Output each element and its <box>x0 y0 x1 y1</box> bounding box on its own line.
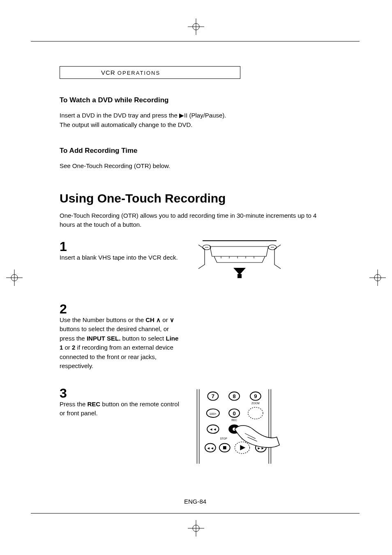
subheading-watch-dvd: To Watch a DVD while Recording <box>60 96 331 104</box>
crop-mark-right <box>369 269 386 286</box>
section-suffix: OPERATIONS <box>118 70 160 76</box>
step-2-t1: Use the Number buttons or the <box>60 316 145 323</box>
subheading-add-time: To Add Recording Time <box>60 147 331 155</box>
stop-label: STOP <box>220 437 227 440</box>
step-2-mid2: button to select <box>120 335 166 342</box>
crop-mark-top <box>188 18 204 35</box>
crop-mark-left <box>6 269 23 286</box>
svg-text:8: 8 <box>233 393 235 399</box>
remote-illustration: 7 8 9 ZOOM 100+ 0 REC ◄◄ <box>194 387 285 468</box>
svg-marker-48 <box>240 445 245 450</box>
step-2-or2: or <box>63 344 72 351</box>
svg-point-38 <box>248 407 263 419</box>
svg-rect-46 <box>223 446 226 449</box>
main-intro: One-Touch Recording (OTR) allows you to … <box>60 211 331 230</box>
zoom-label: ZOOM <box>251 401 259 404</box>
crop-mark-bottom <box>188 520 204 537</box>
step-1-text: 1 Insert a blank VHS tape into the VCR d… <box>60 240 183 263</box>
svg-text:◄◄: ◄◄ <box>207 446 214 450</box>
step-2-number: 2 <box>60 302 183 315</box>
step-3-desc: Press the REC button on the remote contr… <box>60 400 183 418</box>
main-heading: Using One-Touch Recording <box>60 191 331 205</box>
svg-rect-23 <box>238 274 242 278</box>
step-3-number: 3 <box>60 387 183 400</box>
svg-text:9: 9 <box>254 393 257 399</box>
step-2-after: if recording from an external device con… <box>60 344 173 369</box>
svg-text:100+: 100+ <box>210 412 217 415</box>
svg-marker-22 <box>233 268 246 275</box>
rec-label: REC <box>231 419 237 421</box>
body-add-time: See One-Touch Recording (OTR) below. <box>60 161 236 171</box>
step-2-input-sel: INPUT SEL. <box>87 335 121 342</box>
section-label: VCR OPERATIONS <box>60 66 240 79</box>
step-3-rec: REC <box>88 401 101 408</box>
step-1-row: 1 Insert a blank VHS tape into the VCR d… <box>60 240 331 287</box>
step-3-before: Press the <box>60 401 88 408</box>
page-frame: VCR OPERATIONS To Watch a DVD while Reco… <box>31 41 360 514</box>
svg-text:0: 0 <box>233 410 235 416</box>
section-prefix: VCR <box>101 69 118 76</box>
step-2-desc: Use the Number buttons or the CH ∧ or ∨ … <box>60 315 183 371</box>
page-content: VCR OPERATIONS To Watch a DVD while Reco… <box>31 41 360 468</box>
step-1-number: 1 <box>60 240 183 253</box>
vcr-deck-illustration <box>194 240 285 287</box>
step-3-text: 3 Press the REC button on the remote con… <box>60 387 183 418</box>
down-caret-icon: ∨ <box>170 316 174 323</box>
step-1-desc: Insert a blank VHS tape into the VCR dec… <box>60 253 183 263</box>
step-2-text: 2 Use the Number buttons or the CH ∧ or … <box>60 302 183 371</box>
svg-text:7: 7 <box>212 393 214 399</box>
up-caret-icon: ∧ <box>156 316 161 323</box>
page-number: ENG-84 <box>184 498 206 505</box>
step-2-ch: CH <box>145 316 154 323</box>
step-3-row: 3 Press the REC button on the remote con… <box>60 387 331 468</box>
body-watch-dvd: Insert a DVD in the DVD tray and press t… <box>60 111 236 129</box>
svg-text:◄◄: ◄◄ <box>209 427 217 431</box>
step-2-or: or <box>161 316 170 323</box>
step-2-row: 2 Use the Number buttons or the CH ∧ or … <box>60 302 331 371</box>
